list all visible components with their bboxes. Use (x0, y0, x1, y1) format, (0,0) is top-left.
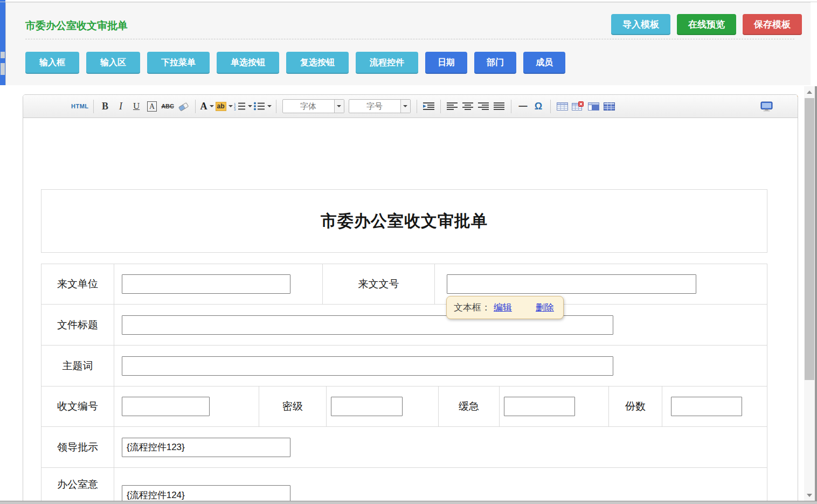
table-properties-icon (604, 102, 615, 111)
toolbar-separator (195, 100, 196, 113)
incoming-number-input[interactable] (447, 274, 696, 294)
cell-properties-icon (588, 102, 599, 111)
bullet-list-button[interactable] (253, 99, 272, 114)
window-right-edge (815, 86, 817, 504)
triangle-up-icon (807, 91, 812, 94)
add-radio-button[interactable]: 单选按钮 (217, 52, 279, 74)
strikethrough-button[interactable]: ABC (161, 99, 175, 114)
bold-button[interactable]: B (98, 99, 113, 114)
window-bottom-edge (0, 501, 817, 504)
subject-words-input[interactable] (122, 356, 613, 376)
bullet-list-icon (253, 102, 265, 111)
incoming-unit-input[interactable] (122, 274, 290, 294)
font-attributes-button[interactable]: A (145, 99, 160, 114)
save-template-button[interactable]: 保存模板 (743, 14, 802, 35)
align-justify-button[interactable] (492, 99, 507, 114)
label-office-opinion: 办公室意 (41, 468, 114, 504)
highlight-icon: ab (216, 102, 226, 111)
table-row: 文件标题 (41, 305, 767, 346)
chevron-down-icon (334, 100, 344, 113)
add-date-button[interactable]: 日期 (425, 52, 467, 74)
indent-icon (423, 102, 434, 111)
background-window-fragment (1, 63, 5, 75)
editor-content[interactable]: 市委办公室收文审批单 来文单位 来文文号 文件标题 主题词 收文编号 密级 (23, 118, 798, 504)
insert-table-icon (557, 102, 568, 111)
horizontal-rule-button[interactable]: — (516, 99, 530, 114)
chevron-down-icon (248, 105, 252, 107)
toolbar-separator (440, 100, 441, 113)
delete-table-button[interactable] (571, 99, 585, 114)
font-family-select[interactable]: 字体 (282, 99, 344, 113)
label-secrecy-level: 密级 (259, 386, 327, 426)
table-row: 来文单位 来文文号 (41, 264, 767, 305)
rich-text-editor: HTML B I U A ABC A ab✎ 123 字体 字号 (23, 94, 798, 504)
label-document-title: 文件标题 (41, 305, 114, 345)
pencil-icon: ✎ (796, 94, 798, 101)
add-dropdown-button[interactable]: 下拉菜单 (147, 52, 210, 74)
insert-table-button[interactable] (555, 99, 570, 114)
fullscreen-button[interactable] (759, 99, 774, 114)
toolbar-separator (511, 100, 511, 113)
editor-toolbar: HTML B I U A ABC A ab✎ 123 字体 字号 (23, 95, 798, 118)
align-left-icon (447, 102, 458, 111)
document-title-cell (114, 305, 767, 345)
table-properties-button[interactable] (602, 99, 617, 114)
align-left-button[interactable] (445, 99, 460, 114)
font-size-select[interactable]: 字号 (349, 99, 411, 113)
align-right-button[interactable] (476, 99, 491, 114)
widget-button-row: 输入框 输入区 下拉菜单 单选按钮 复选按钮 流程控件 日期 部门 成员 (25, 52, 565, 74)
import-template-button[interactable]: 导入模板 (611, 14, 670, 35)
highlight-button[interactable]: ab✎ (216, 99, 233, 114)
font-attributes-icon: A (147, 101, 157, 112)
urgency-input[interactable] (504, 397, 575, 416)
label-incoming-unit: 来文单位 (41, 264, 114, 304)
scrollbar-thumb[interactable] (805, 98, 814, 380)
html-source-button[interactable]: HTML (71, 99, 89, 114)
scrollbar-up-button[interactable] (804, 87, 815, 97)
urgency-cell (500, 386, 609, 426)
leader-comments-input[interactable] (122, 438, 290, 457)
header-divider (25, 39, 794, 39)
underline-button[interactable]: U (129, 99, 144, 114)
align-center-button[interactable] (461, 99, 475, 114)
vertical-scrollbar[interactable] (804, 86, 815, 501)
toolbar-separator (276, 100, 276, 113)
indent-button[interactable] (421, 99, 436, 114)
receipt-number-input[interactable] (122, 397, 210, 416)
incoming-unit-cell (114, 264, 323, 304)
special-character-button[interactable]: Ω (531, 99, 546, 114)
cell-properties-button[interactable] (586, 99, 601, 114)
label-urgency: 缓急 (439, 386, 500, 426)
triangle-down-icon (807, 494, 812, 497)
scrollbar-down-button[interactable] (804, 491, 815, 500)
italic-button[interactable]: I (114, 99, 128, 114)
form-title: 市委办公室收文审批单 (321, 210, 488, 232)
add-textarea-button[interactable]: 输入区 (86, 52, 140, 74)
secrecy-level-input[interactable] (331, 397, 403, 416)
background-window-fragment (1, 52, 5, 58)
table-row: 领导批示 (41, 427, 767, 468)
tooltip-delete-link[interactable]: 删除 (536, 301, 554, 314)
label-receipt-number: 收文编号 (41, 386, 114, 426)
font-color-button[interactable]: A (200, 99, 214, 114)
background-window-strip (0, 0, 5, 85)
chevron-down-icon (400, 100, 410, 113)
eraser-button[interactable] (176, 99, 191, 114)
online-preview-button[interactable]: 在线预览 (677, 14, 736, 35)
add-member-button[interactable]: 成员 (523, 52, 565, 74)
font-family-value: 字体 (283, 100, 334, 113)
subject-words-cell (114, 346, 767, 386)
svg-text:3: 3 (234, 108, 236, 111)
add-department-button[interactable]: 部门 (474, 52, 516, 74)
secrecy-level-cell (327, 386, 439, 426)
copies-input[interactable] (671, 397, 742, 416)
align-justify-icon (494, 102, 504, 111)
add-input-box-button[interactable]: 输入框 (25, 52, 79, 74)
add-checkbox-button[interactable]: 复选按钮 (286, 52, 349, 74)
tooltip-edit-link[interactable]: 编辑 (494, 301, 512, 314)
align-right-icon (478, 102, 489, 111)
form-table: 来文单位 来文文号 文件标题 主题词 收文编号 密级 缓急 份数 (41, 264, 767, 504)
add-flow-control-button[interactable]: 流程控件 (356, 52, 418, 74)
numbered-list-button[interactable]: 123 (234, 99, 252, 114)
label-leader-comments: 领导批示 (41, 427, 114, 467)
